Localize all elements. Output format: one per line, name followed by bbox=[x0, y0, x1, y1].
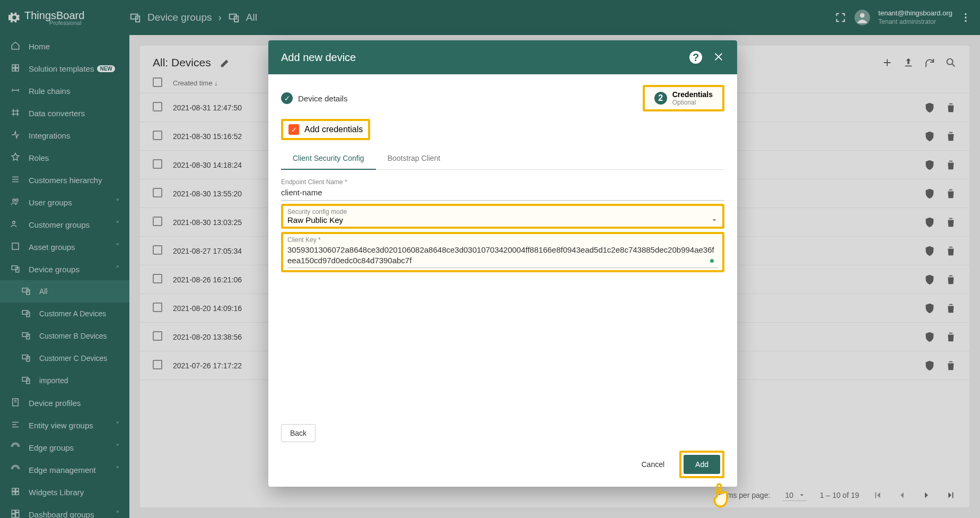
svg-point-6 bbox=[965, 13, 966, 15]
sidebar-item-edge-groups[interactable]: Edge groups˅ bbox=[0, 436, 129, 459]
delete-icon[interactable] bbox=[945, 303, 957, 314]
shield-icon[interactable] bbox=[924, 274, 935, 286]
select-all-checkbox[interactable] bbox=[153, 77, 162, 87]
add-credentials-checkbox[interactable]: ✓ Add credentials bbox=[281, 119, 370, 140]
sidebar-item-label: Entity view groups bbox=[29, 421, 93, 430]
secmode-select[interactable]: Raw Public Key bbox=[287, 215, 718, 225]
search-icon[interactable] bbox=[945, 57, 957, 68]
sidebar-item-imported[interactable]: imported bbox=[0, 369, 129, 392]
sidebar-item-label: Data converters bbox=[29, 109, 85, 118]
prev-page-icon[interactable] bbox=[896, 489, 908, 501]
shield-icon[interactable] bbox=[924, 360, 935, 372]
row-checkbox[interactable] bbox=[153, 331, 162, 341]
delete-icon[interactable] bbox=[945, 217, 957, 228]
row-checkbox[interactable] bbox=[153, 360, 162, 369]
sidebar-item-customers-hierarchy[interactable]: Customers hierarchy bbox=[0, 169, 129, 191]
sidebar-item-label: Widgets Library bbox=[29, 488, 84, 497]
cancel-button[interactable]: Cancel bbox=[635, 451, 671, 478]
sidebar-item-customer-c-devices[interactable]: Customer C Devices bbox=[0, 347, 129, 369]
sidebar-item-device-groups[interactable]: Device groups˄ bbox=[0, 258, 129, 280]
row-checkbox[interactable] bbox=[153, 303, 162, 312]
row-checkbox[interactable] bbox=[153, 102, 162, 111]
delete-icon[interactable] bbox=[945, 131, 957, 142]
secmode-label: Security config mode bbox=[287, 208, 718, 215]
shield-icon[interactable] bbox=[924, 131, 935, 142]
clientkey-input[interactable]: 3059301306072a8648ce3d020106082a8648ce3d… bbox=[287, 244, 718, 268]
edit-icon[interactable] bbox=[220, 57, 231, 68]
nav-icon bbox=[11, 130, 20, 140]
sidebar-item-edge-management[interactable]: Edge management˅ bbox=[0, 459, 129, 481]
sidebar-item-integrations[interactable]: Integrations bbox=[0, 124, 129, 146]
shield-icon[interactable] bbox=[924, 102, 935, 114]
back-button[interactable]: Back bbox=[281, 424, 316, 442]
sidebar-item-customer-a-devices[interactable]: Customer A Devices bbox=[0, 303, 129, 325]
sidebar-item-dashboard-groups[interactable]: Dashboard groups˅ bbox=[0, 503, 129, 518]
more-icon[interactable] bbox=[960, 12, 972, 23]
sidebar-item-home[interactable]: Home bbox=[0, 35, 129, 57]
nav-icon bbox=[11, 219, 20, 229]
sidebar-item-label: Rule chains bbox=[29, 87, 70, 96]
pager-range: 1 – 10 of 19 bbox=[820, 491, 859, 499]
chevron-down-icon bbox=[711, 217, 718, 224]
help-icon[interactable]: ? bbox=[689, 51, 702, 64]
page-size-select[interactable]: 10 bbox=[783, 490, 807, 501]
delete-icon[interactable] bbox=[945, 331, 957, 343]
user-info[interactable]: tenant@thingsboard.org Tenant administra… bbox=[878, 9, 952, 26]
logo[interactable]: ThingsBoard Professional bbox=[8, 10, 129, 26]
sidebar-item-all[interactable]: All bbox=[0, 280, 129, 303]
sidebar-item-solution-templates[interactable]: Solution templatesNEW bbox=[0, 57, 129, 80]
upload-icon[interactable] bbox=[903, 57, 914, 68]
sidebar[interactable]: HomeSolution templatesNEWRule chainsData… bbox=[0, 35, 129, 518]
close-icon[interactable] bbox=[713, 51, 724, 63]
refresh-icon[interactable] bbox=[924, 57, 935, 68]
sidebar-item-label: Asset groups bbox=[29, 243, 75, 252]
crumb-group[interactable]: Device groups bbox=[147, 12, 212, 23]
delete-icon[interactable] bbox=[945, 245, 957, 257]
nav-icon bbox=[11, 41, 20, 50]
crumb-all[interactable]: All bbox=[246, 12, 257, 23]
row-checkbox[interactable] bbox=[153, 159, 162, 169]
nav-icon bbox=[11, 464, 20, 474]
sidebar-item-user-groups[interactable]: User groups˅ bbox=[0, 191, 129, 213]
row-checkbox[interactable] bbox=[153, 245, 162, 255]
sidebar-item-customer-groups[interactable]: Customer groups˅ bbox=[0, 213, 129, 236]
sidebar-item-asset-groups[interactable]: Asset groups˅ bbox=[0, 236, 129, 258]
shield-icon[interactable] bbox=[924, 303, 935, 314]
last-page-icon[interactable] bbox=[945, 489, 957, 501]
add-icon[interactable] bbox=[881, 57, 893, 68]
svg-rect-2 bbox=[230, 14, 237, 19]
add-button[interactable]: Add bbox=[684, 455, 720, 474]
shield-icon[interactable] bbox=[924, 159, 935, 171]
row-checkbox[interactable] bbox=[153, 274, 162, 283]
tab-client-security[interactable]: Client Security Config bbox=[281, 148, 376, 170]
row-checkbox[interactable] bbox=[153, 217, 162, 226]
sidebar-item-roles[interactable]: Roles bbox=[0, 146, 129, 169]
sidebar-item-data-converters[interactable]: Data converters bbox=[0, 102, 129, 124]
delete-icon[interactable] bbox=[945, 360, 957, 372]
shield-icon[interactable] bbox=[924, 245, 935, 257]
shield-icon[interactable] bbox=[924, 217, 935, 228]
sidebar-item-customer-b-devices[interactable]: Customer B Devices bbox=[0, 325, 129, 347]
avatar-icon[interactable] bbox=[854, 9, 871, 26]
sidebar-item-entity-view-groups[interactable]: Entity view groups˅ bbox=[0, 414, 129, 436]
delete-icon[interactable] bbox=[945, 274, 957, 286]
sidebar-item-rule-chains[interactable]: Rule chains bbox=[0, 80, 129, 102]
check-icon: ✓ bbox=[281, 92, 293, 104]
delete-icon[interactable] bbox=[945, 188, 957, 200]
sidebar-item-widgets-library[interactable]: Widgets Library bbox=[0, 481, 129, 503]
step-credentials[interactable]: 2 Credentials Optional bbox=[643, 85, 724, 111]
first-page-icon[interactable] bbox=[872, 489, 883, 501]
shield-icon[interactable] bbox=[924, 188, 935, 200]
fullscreen-icon[interactable] bbox=[835, 12, 846, 23]
delete-icon[interactable] bbox=[945, 102, 957, 114]
endpoint-input[interactable] bbox=[281, 186, 724, 201]
shield-icon[interactable] bbox=[924, 331, 935, 343]
delete-icon[interactable] bbox=[945, 159, 957, 171]
sidebar-item-device-profiles[interactable]: Device profiles bbox=[0, 392, 129, 414]
tab-bootstrap[interactable]: Bootstrap Client bbox=[376, 148, 452, 169]
step-device-details[interactable]: ✓ Device details bbox=[281, 92, 347, 104]
row-checkbox[interactable] bbox=[153, 188, 162, 197]
nav-icon bbox=[11, 108, 20, 117]
row-checkbox[interactable] bbox=[153, 131, 162, 140]
next-page-icon[interactable] bbox=[921, 489, 932, 501]
